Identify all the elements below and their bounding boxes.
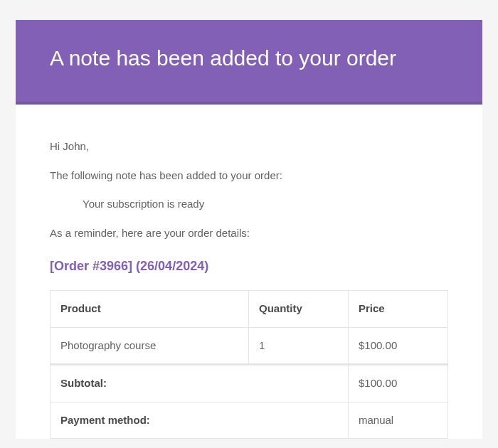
col-quantity: Quantity xyxy=(249,291,349,328)
col-product: Product xyxy=(51,291,249,328)
order-date: (26/04/2024) xyxy=(136,259,208,273)
greeting-text: Hi John, xyxy=(50,139,448,155)
order-prefix: [Order # xyxy=(50,259,100,273)
item-price: $100.00 xyxy=(349,327,448,365)
order-note: Your subscription is ready xyxy=(50,196,448,213)
order-table: Product Quantity Price Photography cours… xyxy=(50,290,448,439)
order-number: 3966 xyxy=(100,259,128,273)
email-card: A note has been added to your order Hi J… xyxy=(16,20,482,439)
payment-method-value: manual xyxy=(349,402,448,439)
subtotal-value: $100.00 xyxy=(349,365,448,402)
payment-method-label: Payment method: xyxy=(51,402,349,439)
order-heading: [Order #3966] (26/04/2024) xyxy=(50,257,448,276)
order-suffix: ] xyxy=(128,259,132,273)
item-quantity: 1 xyxy=(249,327,349,365)
col-price: Price xyxy=(349,291,448,328)
email-body: Hi John, The following note has been add… xyxy=(16,105,482,439)
reminder-text: As a reminder, here are your order detai… xyxy=(50,225,448,242)
subtotal-row: Subtotal: $100.00 xyxy=(51,365,448,402)
table-row: Photography course 1 $100.00 xyxy=(51,327,448,365)
subtotal-label: Subtotal: xyxy=(51,365,349,402)
order-link[interactable]: [Order #3966] xyxy=(50,259,132,273)
intro-text: The following note has been added to you… xyxy=(50,168,448,184)
email-title: A note has been added to your order xyxy=(50,44,448,72)
item-product: Photography course xyxy=(51,327,249,365)
table-header-row: Product Quantity Price xyxy=(51,291,448,328)
email-header: A note has been added to your order xyxy=(16,20,482,105)
payment-method-row: Payment method: manual xyxy=(51,402,448,439)
